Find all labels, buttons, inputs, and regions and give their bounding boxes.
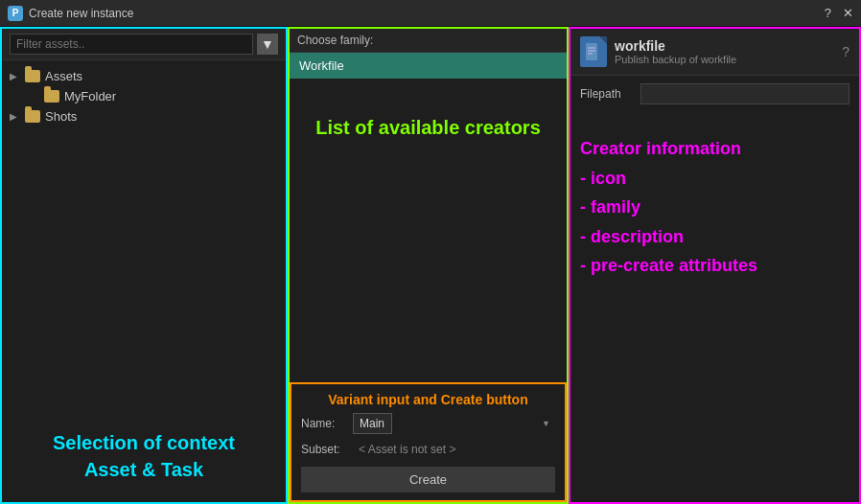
tree-arrow-assets: ▶ xyxy=(10,71,23,81)
workfile-desc: Publish backup of workfile xyxy=(615,54,736,65)
family-header: Choose family: xyxy=(290,29,567,53)
tree-arrow-shots: ▶ xyxy=(10,111,23,122)
tree-item-assets[interactable]: ▶ Assets xyxy=(2,66,286,86)
name-select[interactable]: Main xyxy=(353,413,392,434)
left-panel: ▼ ▶ Assets MyFolder ▶ Shots Selection of… xyxy=(0,27,288,504)
folder-icon-shots xyxy=(25,110,40,123)
workfile-help-btn[interactable]: ? xyxy=(842,44,849,59)
folder-icon-assets xyxy=(25,70,40,82)
filepath-label: Filepath xyxy=(580,87,633,101)
creator-info-label: Creator information - icon - family - de… xyxy=(580,134,849,281)
close-button[interactable]: ✕ xyxy=(843,6,853,20)
titlebar: P Create new instance ? ✕ xyxy=(0,0,861,27)
filter-download-button[interactable]: ▼ xyxy=(257,34,278,55)
app-icon: P xyxy=(8,6,23,21)
help-button[interactable]: ? xyxy=(825,6,831,20)
name-label: Name: xyxy=(301,417,347,430)
workfile-name: workfile xyxy=(615,38,736,54)
filter-bar: ▼ xyxy=(2,29,286,60)
main-layout: ▼ ▶ Assets MyFolder ▶ Shots Selection of… xyxy=(0,27,861,504)
filter-input[interactable] xyxy=(10,34,253,55)
variant-section-label: Variant input and Create button xyxy=(301,392,555,407)
middle-panel: Choose family: Workfile List of availabl… xyxy=(288,27,569,504)
svg-rect-0 xyxy=(586,43,597,60)
subset-value: < Asset is not set > xyxy=(353,440,555,459)
tree-label-shots: Shots xyxy=(45,109,77,124)
family-item-workfile[interactable]: Workfile xyxy=(290,53,567,79)
tree-label-myfolder: MyFolder xyxy=(64,89,116,103)
titlebar-controls: ? ✕ xyxy=(825,6,853,20)
workfile-info: workfile Publish backup of workfile xyxy=(615,38,736,65)
filepath-input[interactable] xyxy=(640,83,849,104)
folder-icon-myfolder xyxy=(44,90,59,103)
subset-row: Subset: < Asset is not set > xyxy=(301,440,555,459)
tree-item-myfolder[interactable]: MyFolder xyxy=(2,86,286,106)
name-row: Name: Main xyxy=(301,413,555,434)
tree-label-assets: Assets xyxy=(45,69,82,83)
family-list: Workfile List of available creators xyxy=(290,53,567,382)
filepath-row: Filepath xyxy=(570,76,859,112)
workfile-icon xyxy=(580,36,607,67)
subset-label: Subset: xyxy=(301,443,347,456)
variant-section: Variant input and Create button Name: Ma… xyxy=(290,382,567,502)
tree-area: ▶ Assets MyFolder ▶ Shots xyxy=(2,60,286,502)
creators-label: List of available creators xyxy=(299,107,557,149)
tree-item-shots[interactable]: ▶ Shots xyxy=(2,106,286,126)
create-button[interactable]: Create xyxy=(301,467,555,493)
workfile-header: workfile Publish backup of workfile ? xyxy=(570,29,859,76)
right-panel: workfile Publish backup of workfile ? Fi… xyxy=(569,27,861,504)
name-select-wrap: Main xyxy=(353,413,555,434)
window-title: Create new instance xyxy=(29,7,825,20)
